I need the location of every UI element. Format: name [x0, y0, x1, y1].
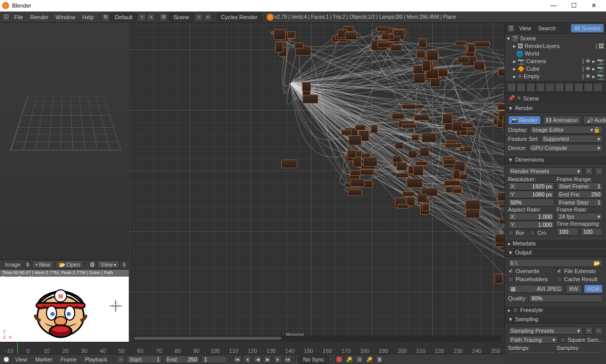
play-icon[interactable]: ▶	[264, 355, 272, 363]
outliner-search-menu[interactable]: Search	[535, 24, 559, 32]
res-x[interactable]: X:1920 px	[508, 182, 554, 190]
remap-old[interactable]: 100	[557, 228, 579, 236]
keyframe-next-icon[interactable]: ⏵	[274, 355, 282, 363]
image-browse-icon[interactable]: ⧉	[26, 261, 30, 269]
res-pct[interactable]: 50%	[508, 198, 554, 206]
render-samples-field[interactable]: Render:128	[557, 351, 603, 353]
editor-type-timeline-icon[interactable]: 🕑	[2, 355, 10, 363]
image-mode-icon[interactable]: 🖼	[89, 261, 95, 269]
output-path[interactable]: E:\📂	[508, 259, 603, 267]
res-y[interactable]: Y:1080 px	[508, 190, 554, 198]
minimize-button[interactable]: —	[543, 0, 564, 11]
sampling-panel-header[interactable]: ▼ Sampling	[505, 315, 606, 324]
audio-button[interactable]: 🔊 Audio	[583, 116, 606, 125]
scene-browse-icon[interactable]: ⧉	[160, 13, 168, 21]
image-view-button[interactable]: View ▾	[97, 261, 120, 269]
screen-delete-icon[interactable]: ×	[147, 13, 155, 21]
jump-start-icon[interactable]: ⏮	[233, 355, 241, 363]
render-engine-selector[interactable]: Cycles Render	[217, 13, 262, 21]
render-panel-header[interactable]: ▼ Render	[505, 103, 606, 113]
crop-check[interactable]	[530, 230, 535, 236]
jump-end-icon[interactable]: ⏭	[284, 355, 292, 363]
scene-tree[interactable]: ▾ 🎬Scene ▸ 🖼RenderLayers| 🖼 🌐World ▸ 📷Ca…	[505, 34, 606, 81]
fileext-check[interactable]	[557, 269, 562, 274]
format-select[interactable]: ▦ AVI JPEG	[508, 285, 564, 293]
timeline-ruler[interactable]: -100102030405060708090100110120130140150…	[0, 342, 505, 354]
scene-delete-icon[interactable]: ×	[204, 13, 212, 21]
border-check[interactable]	[508, 230, 514, 236]
outliner-type-icon[interactable]: ☰	[507, 24, 515, 32]
tl-playback-menu[interactable]: Playback	[82, 355, 111, 363]
render-button[interactable]: 📷 Render	[508, 116, 541, 125]
window-menu[interactable]: Window	[53, 13, 78, 21]
3d-viewport[interactable]	[0, 23, 129, 259]
editor-type-icon[interactable]: ⓘ	[2, 13, 10, 21]
start-frame[interactable]: Start Frame:1	[557, 182, 603, 190]
close-button[interactable]: ✕	[584, 0, 604, 11]
rgb-button[interactable]: RGB	[584, 284, 603, 293]
file-menu[interactable]: File	[11, 13, 26, 21]
seed-field[interactable]: Seed:0	[508, 351, 554, 353]
node-editor[interactable]: Material ⊞ View Select Add Node ● ◐ 🌐 ◉ …	[129, 23, 505, 353]
placeholders-check[interactable]	[508, 277, 514, 282]
overwrite-check[interactable]	[508, 269, 514, 274]
aspect-x[interactable]: X:1.000	[508, 213, 554, 221]
start-frame-field[interactable]: Start:1	[127, 355, 162, 363]
image-open-button[interactable]: 📂 Open	[56, 261, 83, 269]
remap-new[interactable]: 100	[581, 228, 603, 236]
aspect-y[interactable]: Y:1.000	[508, 221, 554, 229]
square-samples-check[interactable]	[560, 337, 566, 343]
integrator-select[interactable]: Path Tracing▾	[508, 336, 558, 344]
autokey-icon[interactable]: 🔴	[335, 355, 343, 363]
outliner-view-menu[interactable]: View	[516, 24, 534, 32]
metadata-panel-header[interactable]: ▸ Metadata	[505, 239, 606, 248]
current-frame-field[interactable]: 1	[201, 355, 227, 363]
outliner-filter[interactable]: All Scenes	[571, 24, 604, 33]
dimensions-panel-header[interactable]: ▼ Dimensions	[505, 155, 606, 164]
animation-button[interactable]: 🎞 Animation	[543, 116, 581, 125]
bw-button[interactable]: BW	[566, 284, 582, 293]
fps-select[interactable]: 24 fps▾	[557, 213, 603, 221]
cache-check[interactable]	[557, 277, 562, 282]
sync-mode-select[interactable]: No Sync	[298, 355, 329, 364]
tab-render-icon[interactable]	[507, 83, 516, 92]
quality-field[interactable]: 90%	[529, 294, 603, 302]
output-panel-header[interactable]: ▼ Output	[505, 248, 606, 257]
tl-view-menu[interactable]: View	[12, 355, 30, 363]
keying-set-icon[interactable]: 🔑	[345, 355, 354, 363]
maximize-button[interactable]: ☐	[564, 0, 584, 11]
timeline-header: 🕑 View Marker Frame Playback ↔ Start:1 E…	[0, 354, 505, 364]
tl-frame-menu[interactable]: Frame	[58, 355, 80, 363]
keyframe-prev-icon[interactable]: ⏴	[243, 355, 251, 363]
tl-marker-menu[interactable]: Marker	[32, 355, 56, 363]
keying-browse-icon[interactable]: ⧉	[356, 355, 364, 363]
scene-add-icon[interactable]: +	[195, 13, 203, 21]
image-new-button[interactable]: + New	[32, 261, 54, 269]
feature-set-select[interactable]: Supported▾	[541, 135, 603, 143]
frame-step[interactable]: Frame Step:1	[557, 198, 603, 206]
display-select[interactable]: Image Editor▾🔒	[530, 126, 603, 134]
axis-gizmo: yz x	[3, 328, 12, 340]
render-preview[interactable]: Time:00:00.67 | Mem:2.77M, Peak:2.77M | …	[0, 270, 129, 343]
scene-selector[interactable]: Scene	[169, 13, 193, 21]
range-icon[interactable]: ↔	[117, 355, 125, 363]
render-menu[interactable]: Render	[27, 13, 52, 21]
freestyle-panel-header[interactable]: ▸ Freestyle	[505, 305, 606, 315]
help-menu[interactable]: Help	[79, 13, 97, 21]
end-frame[interactable]: End Fra:250	[557, 190, 603, 198]
key-insert-icon[interactable]: 🔑	[366, 355, 374, 363]
properties-context-tabs[interactable]	[505, 82, 606, 93]
end-frame-field[interactable]: End:250	[164, 355, 199, 363]
screen-browse-icon[interactable]: ⧉	[102, 13, 110, 21]
key-delete-icon[interactable]: 🗑	[376, 355, 384, 363]
screen-layout-selector[interactable]: Default	[111, 13, 137, 21]
image-pin-icon[interactable]: ⊙	[122, 261, 127, 269]
screen-add-icon[interactable]: +	[138, 13, 146, 21]
play-reverse-icon[interactable]: ◀	[254, 355, 262, 363]
render-presets[interactable]: Render Presets▾	[508, 167, 583, 175]
node-scroll-h[interactable]	[132, 336, 501, 341]
sampling-presets[interactable]: Sampling Presets▾	[508, 327, 583, 335]
image-menu[interactable]: Image	[2, 261, 24, 269]
render-status: Time:00:00.67 | Mem:2.77M, Peak:2.77M | …	[0, 270, 129, 277]
device-select[interactable]: GPU Compute▾	[529, 144, 603, 152]
